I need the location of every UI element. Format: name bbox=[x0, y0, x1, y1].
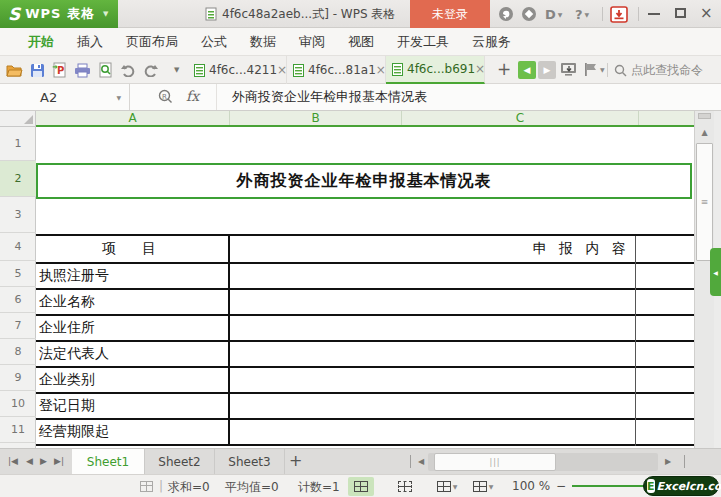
cell-label[interactable]: 企业类别 bbox=[36, 368, 230, 392]
tab-home[interactable]: 开始 bbox=[28, 33, 54, 51]
document-tab-3-active[interactable]: 4f6c...b691 × bbox=[386, 56, 485, 84]
export-pdf-icon[interactable]: P bbox=[52, 62, 67, 78]
scroll-up-icon[interactable]: ▲ bbox=[695, 123, 714, 141]
new-document-tab-button[interactable]: + bbox=[497, 59, 511, 79]
close-icon[interactable]: × bbox=[376, 63, 386, 77]
task-pane-toggle[interactable]: ◀ bbox=[710, 248, 721, 296]
wps-menu-button[interactable]: S WPS 表格 ▼ bbox=[0, 0, 118, 28]
tab-scroll-right-button[interactable]: ▶ bbox=[538, 61, 556, 79]
search-input[interactable] bbox=[631, 63, 715, 77]
cell-label[interactable]: 登记日期 bbox=[36, 394, 230, 418]
cell-content-header[interactable]: 申 报 内 容 bbox=[230, 236, 694, 262]
select-all-corner[interactable] bbox=[0, 111, 36, 127]
split-handle[interactable] bbox=[698, 113, 711, 119]
cell-value[interactable] bbox=[230, 290, 694, 314]
chevron-down-icon[interactable]: ▼ bbox=[116, 94, 121, 101]
minimize-button[interactable] bbox=[648, 13, 660, 15]
column-header-a[interactable]: A bbox=[36, 111, 230, 125]
prev-sheet-icon[interactable]: ◀ bbox=[26, 456, 33, 466]
share-play-icon[interactable] bbox=[560, 62, 577, 81]
scroll-right-icon[interactable]: ▶ bbox=[665, 457, 671, 466]
chevron-down-icon[interactable]: ▼ bbox=[103, 10, 108, 18]
cell-value[interactable] bbox=[230, 342, 694, 366]
tab-developer[interactable]: 开发工具 bbox=[397, 33, 449, 51]
undo-icon[interactable] bbox=[120, 63, 136, 77]
sheet-tab-sheet2[interactable]: Sheet2 bbox=[145, 449, 215, 474]
tab-cloud[interactable]: 云服务 bbox=[472, 33, 511, 51]
cell-value[interactable] bbox=[230, 368, 694, 392]
settings-icon[interactable] bbox=[521, 6, 537, 22]
row-header-7[interactable]: 7 bbox=[0, 313, 36, 339]
tab-insert[interactable]: 插入 bbox=[77, 33, 103, 51]
download-update-icon[interactable] bbox=[610, 6, 628, 22]
row-header-11[interactable]: 11 bbox=[0, 417, 36, 443]
flag-menu-icon[interactable]: ▼ bbox=[584, 62, 605, 77]
cell-item-header[interactable]: 项 目 bbox=[36, 236, 230, 262]
close-icon[interactable]: × bbox=[475, 62, 485, 76]
help-menu-icon[interactable]: ?▼ bbox=[575, 6, 589, 22]
sheet-tab-sheet1[interactable]: Sheet1 bbox=[72, 449, 145, 474]
row-header-8[interactable]: 8 bbox=[0, 339, 36, 365]
vertical-scroll-thumb[interactable]: ≡ bbox=[696, 143, 713, 261]
magnifier-icon[interactable]: R bbox=[158, 89, 173, 108]
feedback-icon[interactable] bbox=[498, 6, 514, 22]
formula-input[interactable]: 外商投资企业年检申报基本情况表 bbox=[216, 84, 721, 110]
cell-value[interactable] bbox=[230, 316, 694, 340]
row-header-10[interactable]: 10 bbox=[0, 391, 36, 417]
zoom-out-button[interactable]: − bbox=[556, 479, 566, 493]
row-header-1[interactable]: 1 bbox=[0, 127, 36, 161]
cell-value[interactable] bbox=[230, 264, 694, 288]
page-break-view-button[interactable] bbox=[392, 477, 418, 496]
selected-cell-a2[interactable]: 外商投资企业年检申报基本情况表 bbox=[36, 163, 692, 199]
sheet-tab-sheet3[interactable]: Sheet3 bbox=[215, 449, 285, 474]
row-header-5[interactable]: 5 bbox=[0, 261, 36, 287]
document-tab-2[interactable]: 4f6c...81a1 × bbox=[287, 56, 386, 84]
login-button[interactable]: 未登录 bbox=[410, 0, 490, 28]
cell-label[interactable]: 执照注册号 bbox=[36, 264, 230, 288]
row-header-4[interactable]: 4 bbox=[0, 233, 36, 261]
zoom-slider[interactable] bbox=[572, 485, 650, 487]
redo-icon[interactable] bbox=[143, 63, 159, 77]
close-icon[interactable]: × bbox=[277, 63, 287, 77]
tab-review[interactable]: 审阅 bbox=[299, 33, 325, 51]
tab-formulas[interactable]: 公式 bbox=[201, 33, 227, 51]
column-header-b[interactable]: B bbox=[230, 111, 402, 125]
row-header-2[interactable]: 2 bbox=[0, 161, 36, 197]
add-sheet-button[interactable]: + bbox=[289, 451, 302, 470]
close-button[interactable]: × bbox=[700, 4, 713, 22]
last-sheet-icon[interactable]: ▶| bbox=[54, 456, 64, 466]
cell-value[interactable] bbox=[230, 420, 694, 444]
cell-label[interactable]: 企业名称 bbox=[36, 290, 230, 314]
maximize-button[interactable] bbox=[675, 8, 686, 18]
scroll-left-icon[interactable]: ◀ bbox=[418, 457, 424, 466]
normal-view-button[interactable] bbox=[348, 477, 374, 496]
insert-function-button[interactable]: fx bbox=[186, 88, 199, 104]
name-box[interactable]: A2 ▼ bbox=[0, 84, 130, 110]
first-sheet-icon[interactable]: |◀ bbox=[8, 456, 18, 466]
document-tab-1[interactable]: 4f6c...4211 × bbox=[188, 56, 287, 84]
skin-menu-icon[interactable]: D▼ bbox=[545, 6, 562, 22]
open-file-icon[interactable] bbox=[6, 63, 23, 77]
horizontal-scrollbar[interactable]: ||| bbox=[428, 453, 658, 471]
tab-page-layout[interactable]: 页面布局 bbox=[126, 33, 178, 51]
next-sheet-icon[interactable]: ▶ bbox=[40, 456, 47, 466]
tab-data[interactable]: 数据 bbox=[250, 33, 276, 51]
page-layout-view-button[interactable]: ▼ bbox=[430, 477, 464, 496]
row-header-6[interactable]: 6 bbox=[0, 287, 36, 313]
save-icon[interactable] bbox=[30, 63, 45, 78]
toolbar-customize-chevron-icon[interactable]: ▼ bbox=[174, 66, 179, 74]
print-preview-icon[interactable] bbox=[98, 62, 113, 78]
command-search[interactable] bbox=[614, 60, 716, 80]
print-icon[interactable] bbox=[74, 63, 91, 78]
cell-label[interactable]: 经营期限起 bbox=[36, 420, 230, 444]
row-header-9[interactable]: 9 bbox=[0, 365, 36, 391]
cell-label[interactable]: 法定代表人 bbox=[36, 342, 230, 366]
tab-view[interactable]: 视图 bbox=[348, 33, 374, 51]
row-header-3[interactable]: 3 bbox=[0, 197, 36, 233]
tab-scroll-left-button[interactable]: ◀ bbox=[518, 61, 536, 79]
fullscreen-view-button[interactable]: ▼ bbox=[466, 477, 500, 496]
cell-label[interactable]: 企业住所 bbox=[36, 316, 230, 340]
cell-value[interactable] bbox=[230, 394, 694, 418]
column-header-c[interactable]: C bbox=[402, 111, 639, 125]
horizontal-scroll-thumb[interactable]: ||| bbox=[434, 453, 556, 471]
